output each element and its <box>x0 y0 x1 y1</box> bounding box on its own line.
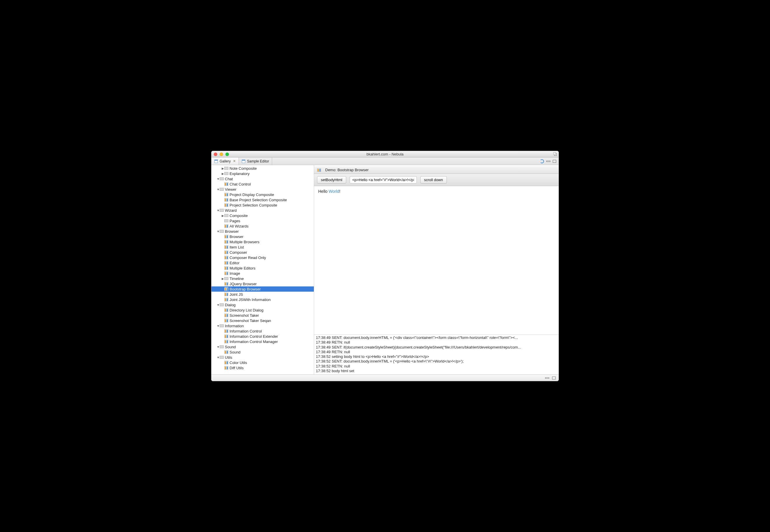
tree-item[interactable]: Project Selection Composite <box>211 202 314 208</box>
chevron-down-icon[interactable]: ▼ <box>217 188 220 191</box>
tree-item[interactable]: ▶Timeline <box>211 276 314 281</box>
tree-item[interactable]: Directory List Dialog <box>211 307 314 313</box>
tab-gallery[interactable]: Gallery ✕ <box>211 157 239 165</box>
tree-item[interactable]: Composer <box>211 250 314 255</box>
chevron-right-icon[interactable]: ▶ <box>221 214 224 217</box>
page-icon <box>224 329 228 333</box>
tree-item[interactable]: ▶Explanatory <box>211 171 314 176</box>
zoom-window-button[interactable] <box>225 153 229 156</box>
tree-item-label: Browser <box>230 235 244 239</box>
tree-item-label: Browser <box>225 229 239 234</box>
tree-item[interactable]: Screenshot Taker Seqan <box>211 318 314 323</box>
tree-item[interactable]: Joint JS <box>211 292 314 297</box>
maximize-icon[interactable] <box>553 152 557 156</box>
tab-sample-editor[interactable]: Sample Editor <box>239 157 272 165</box>
close-window-button[interactable] <box>214 153 217 156</box>
tree-item[interactable]: Information Control Extender <box>211 334 314 339</box>
log-line: 17:38:52 RETN: null <box>316 364 557 369</box>
tree-item[interactable]: ▼Chat <box>211 176 314 181</box>
tree-item[interactable]: Bootstrap Browser <box>211 286 314 292</box>
tree-item-label: Sound <box>230 350 241 354</box>
tree-item[interactable]: All Wizards <box>211 223 314 229</box>
page-icon <box>224 256 228 259</box>
tree-item[interactable]: Screenshot Taker <box>211 313 314 318</box>
tree-item[interactable]: Editor <box>211 260 314 265</box>
tree-item[interactable]: ▼Browser <box>211 229 314 234</box>
tree-item[interactable]: Chat Control <box>211 181 314 187</box>
tree-item-label: Information Control <box>230 329 262 333</box>
tree-item-label: Project Display Composite <box>230 193 274 197</box>
tree-item-label: Information Control Extender <box>230 334 278 339</box>
close-icon[interactable]: ✕ <box>233 159 236 163</box>
tree-item[interactable]: ▼Information <box>211 323 314 328</box>
browser-viewer[interactable]: Hello World! <box>314 186 559 335</box>
view-title: Demo: Bootstrap Browser <box>325 168 369 172</box>
tabbar-actions <box>540 157 559 165</box>
tree-item[interactable]: Pages <box>211 218 314 223</box>
page-icon <box>224 251 228 254</box>
tree-item[interactable]: Sound <box>211 349 314 355</box>
chevron-down-icon[interactable]: ▼ <box>217 345 220 349</box>
tree-item[interactable]: Project Display Composite <box>211 192 314 197</box>
refresh-icon[interactable] <box>540 159 544 163</box>
chevron-down-icon[interactable]: ▼ <box>217 356 220 359</box>
page-icon <box>224 193 228 196</box>
tree-item[interactable]: ▼Wizard <box>211 208 314 213</box>
tree-item[interactable]: Image <box>211 271 314 276</box>
tree-item[interactable]: ▼Utils <box>211 355 314 360</box>
page-icon <box>224 198 228 202</box>
page-icon <box>224 245 228 249</box>
tree-item[interactable]: ▼Sound <box>211 344 314 349</box>
tree-item[interactable]: ▼Viewer <box>211 187 314 192</box>
folder-icon <box>220 177 224 180</box>
viewer-link[interactable]: World <box>329 189 339 194</box>
tree-item[interactable]: Information Control <box>211 328 314 334</box>
chevron-right-icon[interactable]: ▶ <box>221 167 224 170</box>
chevron-down-icon[interactable]: ▼ <box>217 209 220 212</box>
chevron-down-icon[interactable]: ▼ <box>217 230 220 233</box>
tree-item[interactable]: ▶Note Composite <box>211 166 314 171</box>
maximize-pane-icon[interactable] <box>552 377 556 379</box>
folder-icon <box>224 172 228 175</box>
folder-icon <box>224 214 228 217</box>
maximize-pane-icon[interactable] <box>553 160 556 163</box>
traffic-lights <box>214 153 229 156</box>
tree-item[interactable]: Multiple Browsers <box>211 239 314 244</box>
scroll-down-button[interactable]: scroll down <box>420 176 447 183</box>
minimize-pane-icon[interactable] <box>545 377 549 379</box>
log-line: 17:38:49 RETN: null <box>316 340 557 345</box>
page-icon <box>224 298 228 301</box>
tree-item[interactable]: Composer Read Only <box>211 255 314 260</box>
tree-item[interactable]: Joint JSWith Information <box>211 297 314 302</box>
tree-item[interactable]: Diff Utils <box>211 365 314 370</box>
chevron-down-icon[interactable]: ▼ <box>217 303 220 307</box>
chevron-right-icon[interactable]: ▶ <box>221 277 224 280</box>
folder-icon <box>220 230 224 233</box>
console-log[interactable]: 17:38:49 SENT: document.body.innerHTML =… <box>314 335 559 375</box>
tree-item[interactable]: Item List <box>211 244 314 250</box>
log-line: 17:38:52 SENT: document.body.innerHTML =… <box>316 359 557 364</box>
chevron-down-icon[interactable]: ▼ <box>217 324 220 328</box>
tree-item[interactable]: Browser <box>211 234 314 239</box>
chevron-down-icon[interactable]: ▼ <box>217 177 220 181</box>
tree-item-label: Utils <box>225 355 232 360</box>
page-icon <box>224 235 228 238</box>
tree-item[interactable]: ▶Composite <box>211 213 314 218</box>
tree-item-label: Joint JSWith Information <box>230 297 271 302</box>
page-icon <box>224 282 228 286</box>
tree-item[interactable]: ▼Dialog <box>211 302 314 307</box>
gallery-tree[interactable]: ▶Note Composite▶Explanatory▼ChatChat Con… <box>211 165 314 375</box>
tree-item[interactable]: Base Project Selection Composite <box>211 197 314 202</box>
html-input[interactable] <box>350 176 417 183</box>
tree-item[interactable]: Information Control Manager <box>211 339 314 344</box>
tree-item[interactable]: Multiple Editors <box>211 265 314 271</box>
tree-item[interactable]: JQuery Browser <box>211 281 314 286</box>
tabbar: Gallery ✕ Sample Editor <box>211 157 559 165</box>
tree-item-label: Project Selection Composite <box>230 203 277 207</box>
tree-item[interactable]: Color Utils <box>211 360 314 365</box>
set-body-html-button[interactable]: setBodyHtml <box>317 176 346 183</box>
chevron-right-icon[interactable]: ▶ <box>221 172 224 175</box>
minimize-window-button[interactable] <box>220 153 223 156</box>
tree-item-label: Item List <box>230 245 244 249</box>
minimize-pane-icon[interactable] <box>546 161 550 162</box>
